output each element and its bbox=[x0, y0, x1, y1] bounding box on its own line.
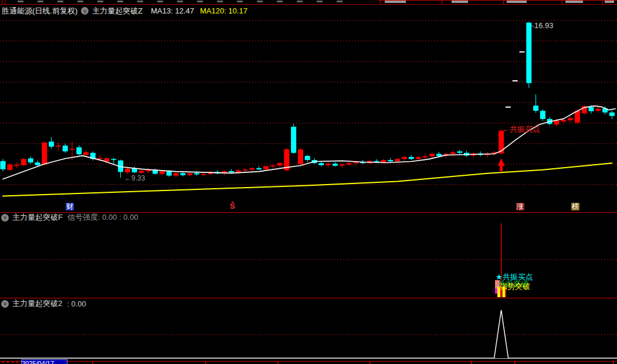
ma13-legend: MA13: 12.47 bbox=[151, 6, 194, 15]
badge-zhang[interactable]: 涨 bbox=[516, 203, 524, 210]
panel3-indicator-name[interactable]: 主力量起突破2 bbox=[12, 298, 62, 309]
panel3-signal-value: : 0.00 bbox=[67, 300, 86, 308]
low-price-label: ←9.33 bbox=[124, 174, 145, 182]
chevron-down-icon[interactable] bbox=[1, 300, 9, 308]
chevron-down-icon[interactable] bbox=[1, 214, 9, 222]
high-price-label: 16.93 bbox=[534, 21, 554, 30]
panel3-header: 主力量起突破2 : 0.00 bbox=[0, 299, 86, 308]
badge-bang[interactable]: 榜 bbox=[571, 203, 579, 210]
badge-s-marker[interactable]: Ŝ bbox=[229, 202, 236, 210]
date-axis-label: 2025/04/17 bbox=[21, 359, 67, 364]
chevron-down-icon[interactable] bbox=[81, 7, 89, 15]
marker-strong-break: 强势突破 bbox=[500, 281, 530, 292]
app-root: 胜通能源(日线.前复权) 主力量起突破Z MA13: 12.47 MA120: … bbox=[0, 0, 617, 364]
badge-cai[interactable]: 财 bbox=[66, 203, 74, 210]
panel2-indicator-name[interactable]: 主力量起突破F bbox=[12, 212, 63, 223]
buy-signal-label: ←共振买点 bbox=[502, 124, 540, 135]
main-indicator-name[interactable]: 主力量起突破Z bbox=[92, 6, 143, 16]
stock-title: 胜通能源(日线.前复权) bbox=[2, 6, 77, 16]
panel2-header: 主力量起突破F 信号强度: 0.00 : 0.00 bbox=[0, 213, 138, 222]
ma120-legend: MA120: 10.17 bbox=[200, 6, 248, 15]
panel2-signal-value: 信号强度: 0.00 : 0.00 bbox=[67, 212, 138, 223]
title-bar: 胜通能源(日线.前复权) 主力量起突破Z MA13: 12.47 MA120: … bbox=[0, 5, 617, 17]
chart-canvas bbox=[0, 0, 617, 364]
